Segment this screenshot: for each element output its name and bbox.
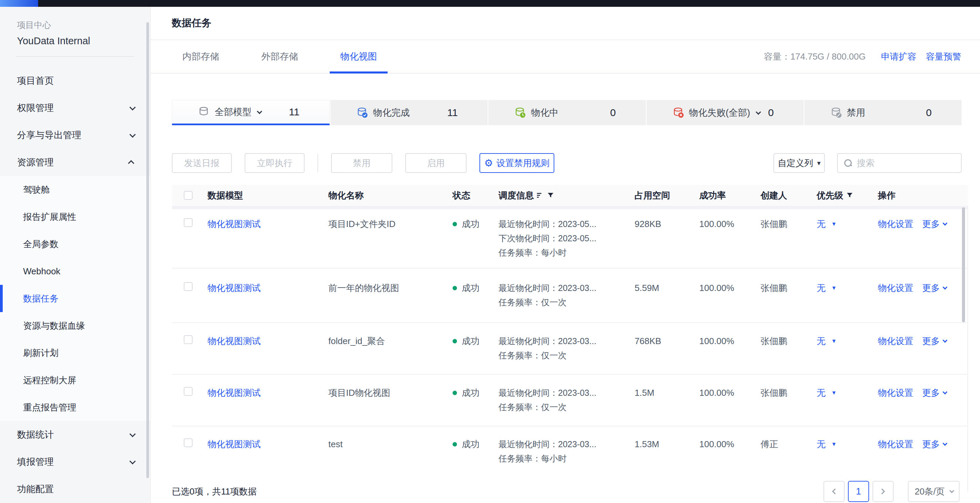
sidebar-item-resources[interactable]: 资源管理 (0, 149, 150, 176)
sidebar-item-refresh-plan[interactable]: 刷新计划 (0, 339, 150, 366)
row-checkbox[interactable] (184, 387, 192, 396)
search-input[interactable] (857, 158, 952, 169)
sidebar-item-report-ext[interactable]: 报告扩展属性 (0, 203, 150, 231)
schedule-line: 任务频率：仅一次 (498, 400, 623, 414)
select-all-checkbox[interactable] (184, 191, 192, 200)
col-header-name[interactable]: 物化名称 (317, 189, 441, 202)
priority-dropdown[interactable]: 无▾ (805, 281, 866, 295)
send-daily-report-button[interactable]: 发送日报 (172, 153, 232, 173)
row-checkbox[interactable] (184, 335, 192, 344)
table-row[interactable]: 物化视图测试 folder_id_聚合 成功 最近物化时间：2023-03...… (172, 323, 968, 375)
priority-dropdown[interactable]: 无▾ (805, 217, 866, 231)
chevron-down-icon (257, 108, 262, 114)
space-used: 1.5M (623, 385, 687, 400)
model-link[interactable]: 物化视图测试 (196, 281, 317, 295)
schedule-line: 最近物化时间：2023-03... (498, 437, 623, 451)
table-scrollbar[interactable] (962, 207, 965, 322)
custom-columns-button[interactable]: 自定义列 ▾ (773, 153, 825, 173)
execute-now-button[interactable]: 立即执行 (245, 153, 305, 173)
project-name[interactable]: YouData Internal (17, 35, 150, 47)
status-text: 成功 (462, 334, 479, 348)
enable-button[interactable]: 启用 (405, 153, 466, 173)
row-checkbox[interactable] (184, 218, 192, 227)
chevron-left-icon (832, 489, 838, 495)
toolbar-right: 自定义列 ▾ (773, 153, 962, 173)
more-dropdown[interactable]: 更多 (922, 281, 946, 295)
row-checkbox[interactable] (184, 438, 192, 447)
priority-value: 无 (817, 437, 826, 451)
model-link[interactable]: 物化视图测试 (196, 437, 317, 451)
page-number-current[interactable]: 1 (848, 481, 869, 502)
prev-page-button[interactable] (824, 481, 845, 502)
filter-card-disabled[interactable]: 禁用 0 (804, 100, 962, 125)
priority-dropdown[interactable]: 无▾ (805, 385, 866, 400)
materialize-settings-link[interactable]: 物化设置 (878, 281, 913, 295)
sidebar-item-key-reports[interactable]: 重点报告管理 (0, 394, 150, 421)
model-link[interactable]: 物化视图测试 (196, 217, 317, 231)
more-dropdown[interactable]: 更多 (922, 385, 946, 400)
filter-icon[interactable] (846, 192, 853, 199)
page-size-select[interactable]: 20条/页 (908, 481, 959, 502)
sidebar-item-share-export[interactable]: 分享与导出管理 (0, 121, 150, 149)
col-header-schedule[interactable]: 调度信息 (487, 189, 623, 202)
tab-internal-storage[interactable]: 内部存储 (182, 40, 219, 73)
expand-capacity-link[interactable]: 申请扩容 (881, 51, 916, 63)
tab-external-storage[interactable]: 外部存储 (261, 40, 298, 73)
sidebar-item-webhook[interactable]: Webhook (0, 258, 150, 285)
col-header-rate[interactable]: 成功率 (687, 189, 749, 202)
sidebar-scrollbar[interactable] (146, 22, 149, 478)
tab-materialized-view[interactable]: 物化视图 (340, 40, 377, 73)
sidebar-item-label: 报告扩展属性 (23, 211, 76, 223)
success-rate: 100.00% (687, 385, 749, 400)
col-header-creator[interactable]: 创建人 (749, 189, 805, 202)
set-disable-rules-button[interactable]: ⚙ 设置禁用规则 (479, 153, 554, 173)
caret-down-icon: ▾ (817, 159, 821, 167)
table-row[interactable]: 物化视图测试 项目ID+文件夹ID 成功 最近物化时间：2023-05... 下… (172, 209, 968, 269)
sidebar-item-home[interactable]: 项目首页 (0, 67, 150, 94)
table-row[interactable]: 物化视图测试 项目ID物化视图 成功 最近物化时间：2023-03... 任务频… (172, 375, 968, 427)
materialize-settings-link[interactable]: 物化设置 (878, 437, 913, 451)
col-header-priority[interactable]: 优先级 (805, 189, 866, 202)
row-checkbox[interactable] (184, 282, 192, 291)
status-dot-success (453, 442, 457, 447)
table-row[interactable]: 物化视图测试 前一年的物化视图 成功 最近物化时间：2023-03... 任务频… (172, 269, 968, 323)
col-header-model[interactable]: 数据模型 (196, 189, 317, 202)
sidebar-item-form-mgmt[interactable]: 填报管理 (0, 448, 150, 476)
sidebar-item-dashboard[interactable]: 驾驶舱 (0, 176, 150, 203)
sidebar-item-data-lineage[interactable]: 资源与数据血缘 (0, 312, 150, 339)
more-dropdown[interactable]: 更多 (922, 217, 946, 231)
col-header-space[interactable]: 占用空间 (623, 189, 687, 202)
materialize-settings-link[interactable]: 物化设置 (878, 334, 913, 348)
disable-button[interactable]: 禁用 (331, 153, 392, 173)
materialize-settings-link[interactable]: 物化设置 (878, 217, 913, 231)
sidebar-item-data-tasks[interactable]: 数据任务 (0, 285, 150, 312)
filter-card-all-models[interactable]: 全部模型 11 (172, 100, 330, 125)
col-header-status[interactable]: 状态 (441, 189, 487, 202)
more-dropdown[interactable]: 更多 (922, 437, 946, 451)
sidebar-item-feature-config[interactable]: 功能配置 (0, 476, 150, 503)
schedule-line: 最近物化时间：2023-03... (498, 385, 623, 400)
next-page-button[interactable] (872, 481, 894, 502)
sidebar-item-global-params[interactable]: 全局参数 (0, 231, 150, 258)
filter-card-completed[interactable]: 物化完成 11 (330, 100, 488, 125)
model-link[interactable]: 物化视图测试 (196, 385, 317, 400)
filter-card-in-progress[interactable]: 物化中 0 (488, 100, 646, 125)
filter-icon[interactable] (547, 192, 554, 199)
model-link[interactable]: 物化视图测试 (196, 334, 317, 348)
sidebar-item-label: 填报管理 (17, 456, 54, 468)
sidebar-item-remote-screen[interactable]: 远程控制大屏 (0, 366, 150, 394)
data-table: 数据模型 物化名称 状态 调度信息 占用空间 成功率 创建人 优先级 (172, 185, 968, 478)
sidebar-item-permissions[interactable]: 权限管理 (0, 94, 150, 121)
schedule-info: 最近物化时间：2023-03... 任务频率：仅一次 (487, 281, 623, 309)
filter-card-failed[interactable]: 物化失败(全部) 0 (646, 100, 804, 125)
materialize-settings-link[interactable]: 物化设置 (878, 385, 913, 400)
search-box[interactable] (837, 153, 962, 173)
sort-icon[interactable] (537, 192, 544, 199)
priority-dropdown[interactable]: 无▾ (805, 334, 866, 348)
table-row[interactable]: 物化视图测试 test 成功 最近物化时间：2023-03... 任务频率：每小… (172, 427, 968, 478)
priority-dropdown[interactable]: 无▾ (805, 437, 866, 451)
sidebar-item-data-stats[interactable]: 数据统计 (0, 421, 150, 448)
more-dropdown[interactable]: 更多 (922, 334, 946, 348)
capacity-alert-link[interactable]: 容量预警 (926, 51, 961, 63)
chevron-down-icon (943, 390, 947, 395)
